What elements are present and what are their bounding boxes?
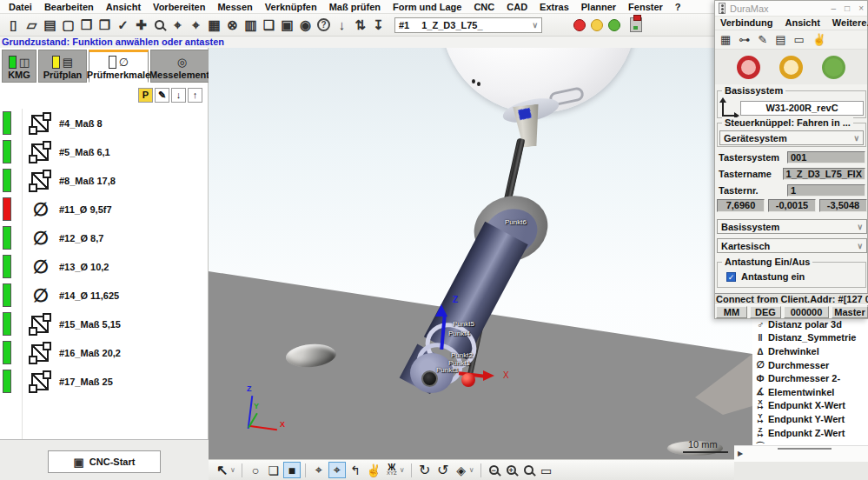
pan-hand-icon[interactable]: ✌ [365, 462, 382, 478]
point-icon[interactable]: ○ [247, 462, 264, 478]
clipboard-icon[interactable]: ▣ [278, 17, 296, 34]
menu-help[interactable]: ? [669, 2, 687, 12]
screen-icon[interactable]: ▭ [794, 33, 805, 46]
search-icon[interactable] [155, 20, 164, 30]
select-cursor-icon[interactable]: ↖ [214, 462, 231, 478]
tab-kmg[interactable]: ◫ KMG [2, 50, 36, 83]
probe-icon[interactable]: ⌖ [187, 17, 205, 34]
basissystem-input[interactable]: W31-200R_revC [740, 101, 864, 116]
edit-button[interactable]: ✎ [155, 88, 169, 103]
protocol-list-icon[interactable]: ▤ [775, 33, 785, 46]
list-item[interactable]: X↦ Endpunkt X-Wert [752, 399, 868, 413]
menu-bearbeiten[interactable]: Bearbeiten [38, 2, 100, 12]
geraetesystem-dropdown[interactable]: Gerätesystem ∨ [719, 130, 864, 145]
tastersystem-field[interactable]: 001 [787, 151, 865, 163]
rotate-cw-icon[interactable]: ↻ [416, 462, 434, 478]
rotate-view-icon[interactable]: ↰ [347, 462, 364, 478]
probe-down-icon[interactable]: ↓ [333, 17, 351, 34]
list-item[interactable]: #4_Maß 8 [0, 109, 198, 137]
counter-field[interactable]: 000000 [784, 306, 829, 318]
zoom-in-icon[interactable]: + [507, 465, 516, 475]
list-item[interactable]: #8_Maß 17,8 [0, 166, 198, 195]
tastername-field[interactable]: 1_Z_D3_L75_FIX [783, 168, 865, 180]
paste-icon[interactable]: ❒ [96, 17, 114, 34]
menu-messen[interactable]: Messen [211, 2, 258, 12]
kartesisch-dropdown[interactable]: Kartesisch ∨ [717, 238, 867, 253]
zoom-out-icon[interactable]: − [489, 465, 499, 475]
zoom-fit-icon[interactable]: ▭ [538, 462, 555, 478]
report-icon[interactable]: ▥ [242, 17, 260, 34]
list-item[interactable]: ∅ #11_Ø 9,5f7 [0, 195, 198, 223]
tab-messelemente[interactable]: ◎ Messelemente [150, 50, 214, 83]
cnc-start-button[interactable]: ▣ CNC-Start [48, 450, 161, 473]
solid-view-cube-icon[interactable]: ■ [283, 462, 301, 478]
units-mm-button[interactable]: MM [716, 306, 747, 318]
list-item[interactable]: ∅ #13_Ø 10,2 [0, 252, 198, 281]
open-file-icon[interactable]: ▱ [23, 17, 41, 34]
list-item[interactable]: ∆ Drehwinkel [752, 344, 868, 358]
menu-cnc[interactable]: CNC [467, 2, 500, 12]
3d-viewport[interactable]: Z X Punkt6 Punkt5 Punkt4 Punkt2 Punkt1 P… [209, 48, 752, 459]
clipboard-edit-icon[interactable]: ✎ [758, 33, 767, 46]
chevron-down-icon[interactable]: ∨ [230, 466, 235, 474]
list-item[interactable]: #17_Maß 25 [0, 367, 198, 396]
close-button[interactable]: × [858, 3, 864, 13]
checkbox-checked-icon[interactable]: ✓ [726, 272, 736, 282]
measure-elements-icon[interactable]: ❏ [265, 462, 282, 478]
list-item[interactable]: ∡ Elementwinkel [752, 385, 868, 399]
move-up-button[interactable]: ↑ [188, 88, 202, 103]
probe-display-active-icon[interactable]: ⌖ [328, 462, 346, 478]
list-item[interactable]: #15_Maß 5,15 [0, 310, 198, 338]
document-search-icon[interactable]: ◉ [296, 17, 315, 34]
help-icon[interactable]: ? [317, 18, 330, 31]
probe-selector-dropdown[interactable]: #1 1_Z_D3_L75_ ∨ [394, 17, 542, 33]
tab-pruefplan[interactable]: ▤ Prüfplan [38, 50, 87, 83]
report-copy-icon[interactable]: ❑ [260, 17, 278, 34]
menu-verknuepfen[interactable]: Verknüpfen [259, 2, 323, 12]
chevron-down-icon[interactable]: ∨ [400, 466, 405, 474]
list-item[interactable]: ‖ Distanz_Symmetrie [752, 331, 868, 345]
menu-fenster[interactable]: Fenster [622, 2, 669, 12]
probe-display-icon[interactable]: ⌖ [310, 462, 328, 478]
menu-ansicht[interactable]: Ansicht [100, 2, 147, 12]
probe-up-down-icon[interactable]: ⇅ [351, 17, 369, 34]
zoom-window-icon[interactable] [524, 465, 533, 475]
save-icon[interactable]: ▤ [41, 17, 59, 34]
monitor-save-icon[interactable]: ▦ [720, 33, 731, 46]
probe-calibrate-icon[interactable]: ↧ [369, 17, 388, 34]
chevron-down-icon[interactable]: ∨ [469, 466, 474, 474]
units-deg-button[interactable]: DEG [750, 306, 781, 318]
menu-ansicht[interactable]: Ansicht [785, 17, 820, 29]
new-file-icon[interactable]: ▯ [4, 17, 23, 34]
list-item[interactable]: ∅ #12_Ø 8,7 [0, 223, 198, 252]
copy-icon[interactable]: ❐ [77, 17, 96, 34]
move-down-button[interactable]: ↓ [171, 88, 186, 103]
maximize-button[interactable]: □ [845, 3, 850, 13]
list-item[interactable]: ♂ Distanz polar 3d [752, 317, 868, 331]
list-item[interactable]: Y↦ Endpunkt Y-Wert [752, 412, 868, 426]
menu-verbindung[interactable]: Verbindung [720, 17, 773, 29]
stop-hand-icon[interactable]: ✌ [812, 33, 826, 46]
list-scrollbar[interactable]: ▶ [734, 445, 868, 462]
view-orientation-icon[interactable]: ◈ [453, 462, 470, 478]
tasternr-field[interactable]: 1 [787, 184, 865, 197]
list-item[interactable]: #16_Maß 20,2 [0, 338, 198, 367]
menu-datei[interactable]: Datei [3, 2, 38, 12]
parameter-button[interactable]: P [138, 88, 153, 103]
basissystem-dropdown[interactable]: Basissystem ∨ [717, 219, 867, 234]
menu-weitere[interactable]: Weitere... [832, 17, 868, 29]
probe-config-icon[interactable]: ⌖ [169, 17, 187, 34]
master-button[interactable]: Master [832, 306, 868, 318]
print-icon[interactable]: ▦ [205, 17, 223, 34]
list-item[interactable]: ∅ #14_Ø 11,625 [0, 281, 198, 310]
connect-plug-icon[interactable]: ⊶ [739, 33, 750, 46]
select-rectangle-icon[interactable]: ▢ [59, 17, 77, 34]
menu-planner[interactable]: Planner [575, 2, 622, 12]
list-item[interactable]: ∅ Durchmesser [752, 358, 868, 372]
menu-form-und-lage[interactable]: Form und Lage [387, 2, 467, 12]
move-element-icon[interactable]: ✚ [132, 17, 150, 34]
tab-pruefmerkmale[interactable]: ∅ Prüfmerkmale [89, 50, 149, 83]
delete-icon[interactable]: ⊗ [223, 17, 242, 34]
menu-extras[interactable]: Extras [533, 2, 575, 12]
duramax-titlebar[interactable]: DuraMax – □ × [715, 1, 867, 17]
